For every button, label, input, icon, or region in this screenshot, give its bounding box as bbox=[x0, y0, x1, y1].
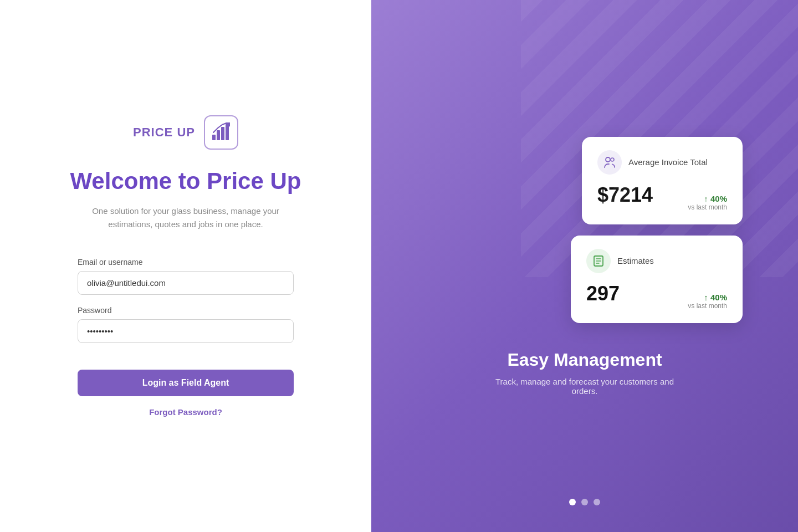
estimates-card-icon bbox=[586, 249, 611, 273]
estimates-trend-label: vs last month bbox=[688, 302, 727, 310]
invoice-value: $7214 bbox=[597, 183, 653, 207]
forgot-password-link[interactable]: Forgot Password? bbox=[78, 407, 294, 417]
right-panel: Average Invoice Total $7214 ↑ 40% vs las… bbox=[371, 0, 798, 532]
invoice-trend-label: vs last month bbox=[688, 203, 727, 211]
invoice-card-title: Average Invoice Total bbox=[628, 157, 708, 167]
pagination-dots bbox=[569, 499, 600, 505]
left-panel: PRICE UP Welcome to Price Up One solutio… bbox=[0, 0, 371, 532]
svg-point-6 bbox=[611, 158, 614, 161]
estimates-value: 297 bbox=[586, 282, 620, 305]
svg-point-5 bbox=[606, 157, 610, 162]
logo-icon bbox=[204, 115, 238, 150]
invoice-card-header: Average Invoice Total bbox=[597, 150, 727, 175]
estimates-trend: ↑ 40% vs last month bbox=[688, 293, 727, 310]
svg-rect-2 bbox=[221, 127, 224, 140]
svg-rect-3 bbox=[226, 124, 229, 140]
email-input[interactable] bbox=[78, 271, 294, 295]
dot-3[interactable] bbox=[594, 499, 600, 505]
estimates-card: Estimates 297 ↑ 40% vs last month bbox=[571, 236, 743, 323]
svg-rect-0 bbox=[212, 135, 216, 140]
invoice-card-icon bbox=[597, 150, 622, 175]
login-form: Email or username Password Login as Fiel… bbox=[78, 258, 294, 417]
invoice-trend-value: ↑ 40% bbox=[704, 194, 727, 203]
svg-rect-1 bbox=[217, 130, 220, 140]
estimates-card-title: Estimates bbox=[617, 256, 654, 265]
estimates-card-header: Estimates bbox=[586, 249, 727, 273]
dot-2[interactable] bbox=[581, 499, 588, 505]
promo-subtitle: Track, manage and forecast your customer… bbox=[485, 377, 684, 396]
dot-1[interactable] bbox=[569, 499, 576, 505]
invoice-card: Average Invoice Total $7214 ↑ 40% vs las… bbox=[582, 137, 743, 224]
email-group: Email or username bbox=[78, 258, 294, 295]
password-label: Password bbox=[78, 306, 294, 315]
email-label: Email or username bbox=[78, 258, 294, 267]
invoice-value-row: $7214 ↑ 40% vs last month bbox=[597, 183, 727, 211]
brand-name: PRICE UP bbox=[133, 125, 195, 140]
password-group: Password bbox=[78, 306, 294, 343]
invoice-trend: ↑ 40% vs last month bbox=[688, 194, 727, 211]
estimates-trend-value: ↑ 40% bbox=[704, 293, 727, 302]
logo-area: PRICE UP bbox=[133, 115, 238, 150]
password-input[interactable] bbox=[78, 319, 294, 343]
cards-area: Average Invoice Total $7214 ↑ 40% vs las… bbox=[393, 137, 776, 323]
welcome-title: Welcome to Price Up bbox=[70, 167, 301, 195]
estimates-value-row: 297 ↑ 40% vs last month bbox=[586, 282, 727, 310]
login-button[interactable]: Login as Field Agent bbox=[78, 370, 294, 396]
promo-title: Easy Management bbox=[507, 350, 662, 370]
welcome-subtitle: One solution for your glass business, ma… bbox=[80, 204, 291, 231]
